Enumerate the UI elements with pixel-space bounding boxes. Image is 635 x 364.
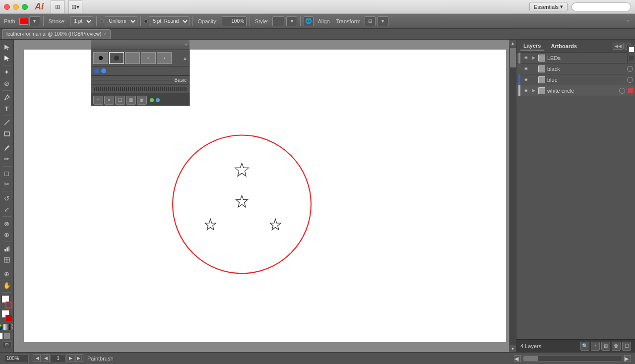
new-layer-button[interactable]: + [591, 342, 600, 351]
free-transform-tool[interactable]: ⊕ [1, 230, 12, 240]
tab-close-button[interactable]: × [103, 32, 106, 37]
close-button[interactable] [4, 4, 10, 10]
screen-mode-button[interactable]: ⊟ [2, 341, 12, 348]
layer-visibility-black[interactable]: 👁 [522, 65, 529, 72]
layer-target-white-circle[interactable] [619, 88, 625, 94]
arrange-dropdown[interactable]: ▾ [378, 16, 388, 26]
pen-tool[interactable] [1, 92, 12, 103]
brush-size-select[interactable]: 5 pt. Round [149, 16, 190, 26]
stroke-color-swatch[interactable] [19, 18, 28, 25]
layer-expand-leds[interactable]: ▶ [531, 56, 536, 61]
zoom-input[interactable] [4, 354, 29, 363]
maximize-button[interactable] [22, 4, 28, 10]
page-input[interactable] [51, 354, 65, 363]
color-button[interactable] [0, 324, 2, 330]
vertical-scrollbar[interactable]: ▲ ▼ [509, 40, 516, 352]
eraser-tool[interactable]: ◻ [1, 168, 12, 179]
panel-menu-icon[interactable]: ≡ [185, 42, 188, 48]
layer-row-white-circle[interactable]: 👁 ▶ white circle [516, 85, 635, 96]
zoom-tool[interactable]: ⊕ [1, 269, 12, 279]
scroll-up-button[interactable]: ▲ [509, 40, 516, 47]
status-arrow-left[interactable]: ◀ [514, 355, 521, 362]
brush-swatch-5[interactable] [157, 52, 172, 64]
essentials-button[interactable]: Essentials ▾ [529, 2, 568, 11]
layer-row-blue[interactable]: 👁 ▶ blue [516, 74, 635, 85]
brush-item-texture[interactable] [91, 85, 190, 94]
brush-libraries-button[interactable]: ≡ [93, 96, 103, 105]
active-stroke[interactable] [5, 315, 12, 322]
right-stroke[interactable] [629, 55, 635, 61]
layer-target-blue[interactable] [627, 77, 633, 83]
brush-swatch-4[interactable] [141, 52, 156, 64]
scissors-tool[interactable]: ✂ [1, 179, 12, 189]
last-page-button[interactable]: ▶| [75, 354, 83, 362]
paintbrush-tool[interactable] [1, 143, 12, 153]
stroke-swatch[interactable] [5, 302, 12, 308]
scroll-thumb[interactable] [510, 48, 516, 67]
artboards-tab[interactable]: Artboards [548, 42, 580, 50]
library-button[interactable]: ⊞ [51, 0, 64, 14]
globe-button[interactable]: 🌐 [304, 16, 314, 26]
document-tab[interactable]: leather-ironman.ai @ 100% (RGB/Preview) … [2, 29, 111, 39]
minimize-button[interactable] [13, 4, 19, 10]
magic-wand-tool[interactable]: ✦ [1, 67, 12, 77]
prev-page-button[interactable]: ◀ [42, 354, 50, 362]
brush-swatch-1[interactable] [93, 52, 108, 64]
opacity-input[interactable] [222, 16, 247, 26]
first-page-button[interactable]: |◀ [33, 354, 41, 362]
layer-expand-white-circle[interactable]: ▶ [531, 88, 536, 93]
hand-tool[interactable]: ✋ [1, 280, 12, 291]
direct-select-tool[interactable] [1, 53, 12, 63]
warp-tool[interactable]: ⊗ [1, 218, 12, 229]
type-tool[interactable]: T [1, 103, 12, 114]
layer-visibility-blue[interactable]: 👁 [522, 76, 529, 83]
move-to-new-button[interactable]: ⊞ [601, 342, 610, 351]
rotate-tool[interactable]: ↺ [1, 193, 12, 203]
brush-swatch-3[interactable] [125, 52, 140, 64]
gradient-button[interactable] [3, 324, 10, 330]
right-fill[interactable] [629, 47, 635, 53]
lasso-tool[interactable]: ⊘ [1, 78, 12, 88]
layer-expand-black[interactable]: ▶ [531, 66, 536, 71]
layer-row-leds[interactable]: 👁 ▶ LEDs [516, 53, 635, 63]
behind-mode[interactable] [3, 332, 10, 339]
layer-expand-blue[interactable]: ▶ [531, 77, 536, 82]
fill-stroke-area[interactable] [1, 295, 12, 308]
mesh-tool[interactable] [1, 255, 12, 265]
layer-options-button[interactable]: ☐ [622, 342, 631, 351]
scroll-down-button[interactable]: ▼ [509, 345, 516, 352]
brush-options-button[interactable]: ☐ [115, 96, 125, 105]
panel-scroll-up[interactable]: ▲ [183, 52, 188, 64]
select-tool[interactable] [1, 42, 12, 52]
status-arrow-right[interactable]: ▶ [624, 355, 631, 362]
stroke-options-button[interactable]: ▾ [29, 16, 40, 26]
horizontal-scroll-thumb[interactable] [523, 356, 538, 361]
layers-tab[interactable]: Layers [520, 42, 544, 51]
arrange-button[interactable]: ⊟ [365, 16, 376, 26]
layer-row-black[interactable]: 👁 ▶ black [516, 63, 635, 74]
brush-item-basic[interactable]: Basic [91, 76, 190, 85]
layer-visibility-white-circle[interactable]: 👁 [522, 87, 529, 94]
transform-button[interactable]: Transform [334, 17, 363, 25]
remove-brush-button[interactable]: × [104, 96, 114, 105]
stroke-weight-select[interactable]: 1 pt [70, 16, 93, 26]
rectangle-tool[interactable] [1, 128, 12, 139]
line-tool[interactable] [1, 118, 12, 128]
search-layers-button[interactable]: 🔍 [580, 342, 589, 351]
canvas-area[interactable]: ≡ ▲ [14, 40, 516, 352]
style-dropdown[interactable]: ▾ [286, 16, 297, 26]
next-page-button[interactable]: ▶ [66, 354, 74, 362]
layer-target-black[interactable] [627, 66, 633, 72]
panel-toggle-button[interactable]: ≡ [623, 16, 633, 26]
delete-brush-button[interactable]: 🗑 [137, 96, 147, 105]
align-button[interactable]: Align [316, 17, 331, 25]
brush-type-select[interactable]: Uniform [105, 16, 137, 26]
graph-tool[interactable] [1, 243, 12, 254]
horizontal-scroll-track[interactable] [523, 356, 622, 362]
titlebar-search-input[interactable] [572, 2, 631, 11]
color-dot-1[interactable] [94, 68, 99, 73]
delete-layer-button[interactable]: 🗑 [612, 342, 621, 351]
view-button[interactable]: ⊟▾ [68, 0, 82, 14]
layer-visibility-leds[interactable]: 👁 [522, 55, 529, 61]
collapse-panel-button[interactable]: ◀◀ [613, 43, 624, 50]
